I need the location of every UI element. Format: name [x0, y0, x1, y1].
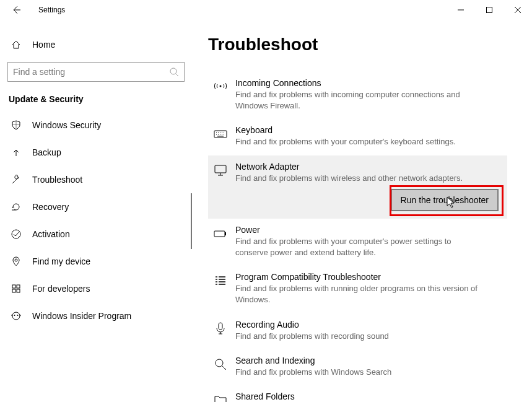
ts-item-label: Power [235, 225, 483, 235]
svg-point-10 [17, 315, 19, 316]
svg-rect-0 [487, 7, 492, 13]
home-button[interactable]: Home [7, 32, 185, 57]
svg-point-9 [14, 315, 15, 316]
svg-rect-7 [17, 289, 20, 292]
magnifier-icon [211, 356, 230, 378]
sidebar-item-find-my-device[interactable]: Find my device [7, 248, 185, 275]
ts-item-desc: Find and fix problems with incoming comp… [235, 89, 483, 111]
sidebar-item-label: Find my device [32, 256, 90, 266]
ts-item-keyboard[interactable]: Keyboard Find and fix problems with your… [208, 119, 507, 155]
svg-point-11 [220, 85, 222, 87]
svg-point-1 [170, 68, 177, 74]
sidebar-item-label: Recovery [32, 202, 69, 212]
sidebar-item-for-developers[interactable]: For developers [7, 275, 185, 302]
monitor-icon [211, 162, 230, 184]
ts-item-power[interactable]: Power Find and fix problems with your co… [208, 219, 507, 266]
window-title: Settings [38, 6, 65, 14]
home-icon [10, 40, 22, 50]
title-bar: Settings [0, 0, 532, 20]
ts-item-desc: Find and fix problems with Windows Searc… [235, 367, 391, 378]
list-icon [211, 272, 230, 305]
microphone-icon [211, 320, 230, 342]
ts-item-desc: Find and fix problems with recording sou… [235, 331, 389, 342]
ts-item-desc: Find and fix problems with wireless and … [235, 173, 463, 184]
ts-item-desc: Find and fix problems with your computer… [235, 136, 456, 147]
search-box[interactable] [7, 62, 185, 82]
ts-item-search-indexing[interactable]: Search and Indexing Find and fix problem… [208, 349, 507, 385]
ts-item-shared-folders[interactable]: Shared Folders [208, 385, 507, 402]
svg-rect-5 [17, 285, 20, 288]
ts-item-network-adapter[interactable]: Network Adapter Find and fix problems wi… [208, 155, 507, 219]
content-area: Troubleshoot Incoming Connections Find a… [192, 20, 532, 402]
run-troubleshooter-button[interactable]: Run the troubleshooter [391, 189, 499, 211]
ts-item-label: Program Compatibility Troubleshooter [235, 272, 483, 282]
svg-point-17 [216, 359, 223, 367]
ts-item-label: Keyboard [235, 125, 456, 135]
keyboard-icon [211, 125, 230, 147]
scroll-indicator[interactable] [191, 193, 192, 249]
svg-rect-6 [12, 289, 15, 292]
sidebar: Home Update & Security Windows Security … [0, 20, 192, 402]
recovery-icon [10, 202, 22, 212]
sidebar-item-label: Activation [32, 229, 70, 239]
ts-item-recording-audio[interactable]: Recording Audio Find and fix problems wi… [208, 313, 507, 349]
sidebar-item-windows-insider[interactable]: Windows Insider Program [7, 302, 185, 330]
ts-item-label: Network Adapter [235, 162, 463, 172]
sidebar-item-label: Windows Security [32, 120, 101, 130]
location-icon [10, 256, 22, 266]
sidebar-item-label: For developers [32, 284, 90, 294]
sidebar-item-troubleshoot[interactable]: Troubleshoot [7, 166, 185, 193]
ts-item-desc: Find and fix problems with your computer… [235, 236, 483, 258]
search-input[interactable] [13, 67, 169, 77]
ts-item-incoming-connections[interactable]: Incoming Connections Find and fix proble… [208, 72, 507, 119]
ts-item-program-compatibility[interactable]: Program Compatibility Troubleshooter Fin… [208, 266, 507, 313]
svg-rect-15 [225, 232, 226, 235]
ts-item-label: Search and Indexing [235, 356, 391, 365]
svg-rect-4 [12, 285, 15, 288]
shield-icon [10, 120, 22, 130]
svg-point-8 [12, 312, 20, 320]
svg-rect-13 [215, 165, 226, 173]
folder-icon [211, 391, 230, 402]
sidebar-item-backup[interactable]: Backup [7, 139, 185, 166]
maximize-button[interactable] [475, 0, 504, 20]
sidebar-item-label: Troubleshoot [32, 175, 82, 185]
minimize-button[interactable] [447, 0, 475, 20]
ts-item-label: Recording Audio [235, 320, 389, 330]
wrench-icon [10, 175, 22, 185]
antenna-icon [211, 78, 230, 111]
ts-item-desc: Find and fix problems with running older… [235, 283, 483, 305]
ts-item-label: Incoming Connections [235, 78, 483, 88]
svg-rect-16 [219, 323, 222, 330]
svg-point-2 [12, 230, 20, 238]
page-title: Troubleshoot [208, 35, 507, 55]
back-button[interactable] [6, 0, 26, 20]
sidebar-item-label: Windows Insider Program [32, 311, 131, 321]
close-button[interactable] [504, 0, 532, 20]
svg-rect-14 [214, 231, 225, 237]
sidebar-item-activation[interactable]: Activation [7, 221, 185, 248]
backup-icon [10, 147, 22, 157]
battery-icon [211, 225, 230, 258]
svg-point-3 [15, 259, 17, 261]
section-label: Update & Security [7, 94, 185, 104]
sidebar-item-recovery[interactable]: Recovery [7, 193, 185, 221]
search-icon [169, 67, 179, 77]
insider-icon [10, 311, 22, 321]
window-controls [447, 0, 532, 20]
ts-item-label: Shared Folders [235, 391, 295, 401]
sidebar-item-label: Backup [32, 147, 61, 157]
sidebar-item-windows-security[interactable]: Windows Security [7, 111, 185, 139]
check-circle-icon [10, 229, 22, 239]
developers-icon [10, 284, 22, 294]
home-label: Home [32, 40, 55, 50]
